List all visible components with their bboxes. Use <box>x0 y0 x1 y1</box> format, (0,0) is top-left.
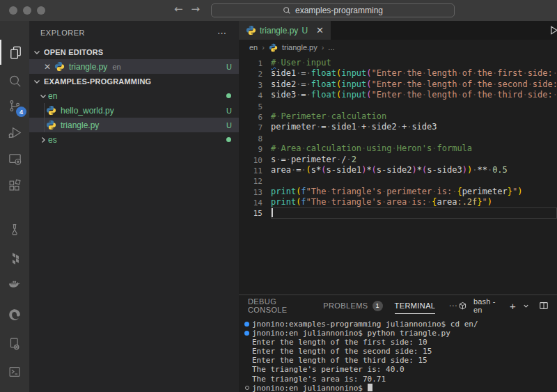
code-line[interactable]: 7perimeter·=·side1·+·side2·+·side3 <box>239 122 557 132</box>
token: 0.5 <box>492 165 508 175</box>
python-file-icon <box>45 120 61 130</box>
code-line[interactable]: 9#·Area·calculation·using·Heron's·formul… <box>239 143 557 154</box>
code-line[interactable]: 2side1·=·float(input("Enter·the·length·o… <box>239 68 557 79</box>
terminal-text: Enter the length of the second side: 15 <box>252 347 432 356</box>
chevron-down-icon <box>32 77 42 86</box>
code-line[interactable]: 14print(f"The·triangle's·area·is:·{area:… <box>239 197 557 207</box>
panel-more-actions-icon[interactable]: ⋯ <box>448 301 458 311</box>
panel-tab-terminal[interactable]: TERMINAL <box>395 295 436 316</box>
chevron-down-icon <box>32 47 42 57</box>
command-prompt-decoration-icon <box>245 386 249 390</box>
panel-tab-debug-console[interactable]: DEBUG CONSOLE <box>248 295 311 316</box>
code-text <box>262 133 271 143</box>
chevron-right-icon <box>38 135 48 145</box>
tab-title: triangle.py <box>260 26 298 36</box>
whitespace-dot: · <box>301 165 306 175</box>
title-bar: ← → examples-programming <box>0 0 557 21</box>
terminal-line: The triangle's area is: 70.71 <box>242 375 557 384</box>
whitespace-dot: · <box>457 90 462 100</box>
token: ·=· <box>276 155 291 164</box>
whitespace-dot: · <box>522 90 527 100</box>
project-section-header[interactable]: EXAMPLES-PROGRAMMING <box>29 74 239 88</box>
terminal-profile-label[interactable]: bash - en <box>473 297 503 314</box>
code-line[interactable]: 3side2·=·float(input("Enter·the·length·o… <box>239 79 557 90</box>
panel-tab-problems[interactable]: PROBLEMS1 <box>323 295 382 316</box>
whitespace-dot: · <box>427 197 432 207</box>
python-file-icon <box>269 43 278 52</box>
testing-icon[interactable] <box>0 217 29 242</box>
code-line[interactable]: 4side3·=·float(input("Enter·the·length·o… <box>239 90 557 100</box>
command-success-decoration-icon <box>244 331 249 336</box>
command-center-search[interactable]: examples-programming <box>211 3 455 17</box>
whitespace-dot: · <box>528 79 533 89</box>
new-terminal-icon[interactable]: + <box>510 300 516 312</box>
code-line[interactable]: 12 <box>239 175 557 186</box>
open-editor-item-triangle-py[interactable]: ✕ triangle.py en U <box>29 59 239 74</box>
tree-row-en[interactable]: en <box>29 88 239 103</box>
whitespace-dot: · <box>316 122 321 132</box>
token: { <box>432 197 437 207</box>
run-python-file-icon[interactable] <box>549 25 557 36</box>
minimize-window-button[interactable] <box>23 6 31 15</box>
token: ·/· <box>336 155 352 164</box>
terraform-icon[interactable] <box>0 245 29 270</box>
code-text <box>262 101 271 111</box>
navigate-back-icon[interactable]: ← <box>174 3 183 15</box>
open-editors-header[interactable]: OPEN EDITORS <box>29 45 239 59</box>
token: area <box>437 197 457 207</box>
remote-explorer-icon[interactable] <box>0 146 29 171</box>
docker-icon[interactable] <box>0 272 29 297</box>
edge-tools-icon[interactable] <box>0 302 29 327</box>
tree-row-hello_world-py[interactable]: hello_world.pyU <box>29 103 239 118</box>
code-line[interactable]: 10s·=·perimeter·/·2 <box>239 155 557 165</box>
tree-row-es[interactable]: es <box>29 132 239 147</box>
search-sidebar-icon[interactable] <box>0 68 29 93</box>
code-line[interactable]: 11area·=·(s*(s-side1)*(s-side2)*(s-side3… <box>239 165 557 175</box>
code-text: #·Perimeter·calculation <box>262 111 386 122</box>
line-number: 15 <box>239 207 262 218</box>
source-control-icon[interactable]: 4 <box>0 93 29 118</box>
close-tab-icon[interactable]: ✕ <box>316 25 324 36</box>
code-runner-icon[interactable] <box>0 331 29 356</box>
panel-tabs-list: DEBUG CONSOLEPROBLEMS1TERMINAL <box>248 295 447 316</box>
tree-row-triangle-py[interactable]: triangle.pyU <box>29 118 239 132</box>
whitespace-dot: · <box>382 187 386 196</box>
breadcrumb-folder[interactable]: en <box>249 43 258 52</box>
close-window-button[interactable] <box>9 6 17 15</box>
explorer-icon[interactable] <box>0 40 29 65</box>
breadcrumb-symbol[interactable]: ... <box>328 43 334 52</box>
extensions-icon[interactable] <box>0 173 29 198</box>
code-line[interactable]: 1#·User·input <box>239 58 557 68</box>
code-line[interactable]: 5 <box>239 101 557 111</box>
whitespace-dot: · <box>402 68 407 78</box>
line-number: 1 <box>239 58 262 68</box>
git-untracked-badge: U <box>226 121 232 130</box>
breadcrumb-file[interactable]: triangle.py <box>282 43 317 52</box>
token: { <box>457 187 462 196</box>
code-area[interactable]: 1#·User·input2side1·=·float(input("Enter… <box>239 55 557 295</box>
token: #·Area·calculation·using·Heron's·formula <box>271 143 472 153</box>
token: perimeter <box>271 122 316 132</box>
whitespace-dot: · <box>472 90 477 100</box>
explorer-more-actions-icon[interactable]: ⋯ <box>217 28 228 38</box>
tree-item-label: triangle.py <box>61 120 99 130</box>
navigate-forward-icon[interactable]: → <box>191 3 201 15</box>
token: side2 <box>372 122 397 132</box>
code-line[interactable]: 8 <box>239 133 557 143</box>
token: "Enter·the·length·of·the·third·side:·" <box>372 90 557 100</box>
code-line[interactable]: 6#·Perimeter·calculation <box>239 111 557 122</box>
split-terminal-icon[interactable] <box>539 301 549 311</box>
code-line[interactable]: 13print(f"The·triangle's·perimeter·is:·{… <box>239 187 557 197</box>
external-terminal-icon[interactable] <box>0 359 29 384</box>
close-icon[interactable]: ✕ <box>42 62 53 72</box>
code-text: s·=·perimeter·/·2 <box>262 155 356 165</box>
line-number: 6 <box>239 111 262 122</box>
token: float <box>311 68 336 78</box>
terminal-output[interactable]: jnonino:examples-programming juliannonin… <box>239 316 557 392</box>
code-line[interactable]: 15 <box>239 207 557 218</box>
run-and-debug-icon[interactable] <box>0 120 29 145</box>
terminal-line: jnonino:en juliannonino$ python triangle… <box>242 329 557 338</box>
maximize-window-button[interactable] <box>37 6 45 15</box>
tab-triangle-py[interactable]: triangle.py U ✕ <box>239 21 331 40</box>
terminal-dropdown-icon[interactable] <box>522 302 530 310</box>
